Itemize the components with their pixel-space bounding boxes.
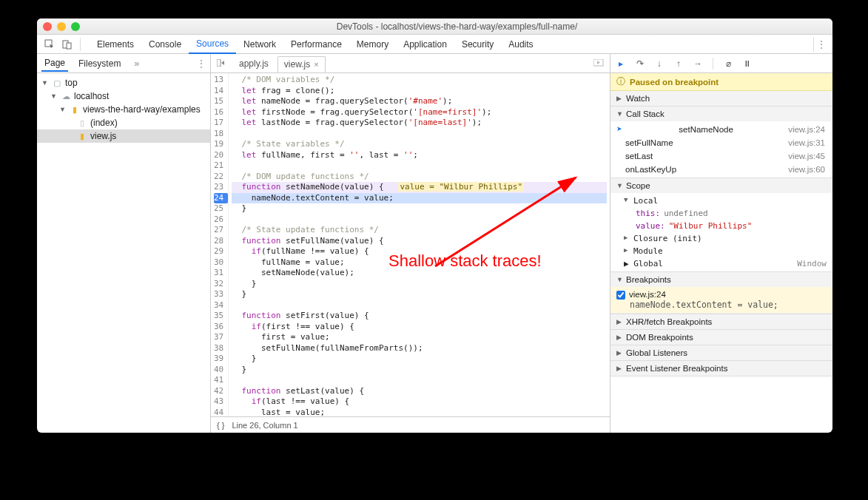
scope-value: value: "Wilbur Phillips" <box>610 220 832 232</box>
navigator-panel: Page Filesystem » ⋮ ▼▢top ▼☁localhost ▼▮… <box>37 54 211 433</box>
breakpoint-row[interactable]: view.js:24 nameNode.textContent = value; <box>610 287 832 314</box>
deactivate-bp-icon[interactable]: ⌀ <box>722 58 734 69</box>
history-back-icon[interactable] <box>214 58 230 69</box>
step-into-icon[interactable]: ↓ <box>653 59 665 68</box>
scope-body: ▼Local this: undefined value: "Wilbur Ph… <box>610 193 832 271</box>
code-editor[interactable]: 1314151617181920212223242526272829303132… <box>211 73 610 416</box>
resume-icon[interactable]: ▸ <box>615 58 627 69</box>
stack-frame[interactable]: setFullNameview.js:31 <box>610 136 832 149</box>
bp-checkbox[interactable] <box>616 291 625 300</box>
window-title: DevTools - localhost/views-the-hard-way/… <box>87 21 827 32</box>
kebab-menu-icon[interactable]: ⋮ <box>813 37 828 52</box>
watch-section[interactable]: ▶Watch <box>610 91 832 107</box>
editor-statusbar: { } Line 26, Column 1 <box>211 416 610 433</box>
device-toolbar-icon[interactable] <box>59 37 75 52</box>
filesystem-tab[interactable]: Filesystem <box>75 56 124 71</box>
scope-local[interactable]: ▼Local <box>610 195 832 207</box>
scope-this: this: undefined <box>610 207 832 220</box>
minimize-window-icon[interactable] <box>57 22 66 31</box>
section-title: Scope <box>626 181 650 190</box>
panel-tab-console[interactable]: Console <box>141 35 189 54</box>
file-tree: ▼▢top ▼☁localhost ▼▮views-the-hard-way/e… <box>37 73 210 146</box>
banner-text: Paused on breakpoint <box>630 78 719 87</box>
panel-tab-sources[interactable]: Sources <box>189 35 236 54</box>
panel-tab-elements[interactable]: Elements <box>90 35 141 54</box>
tree-host[interactable]: ▼☁localhost <box>37 89 210 103</box>
tree-top[interactable]: ▼▢top <box>37 76 210 89</box>
stack-frame[interactable]: onLastKeyUpview.js:60 <box>610 163 832 176</box>
editor-tab-applyjs[interactable]: apply.js <box>233 56 275 71</box>
cursor-position: Line 26, Column 1 <box>232 421 297 430</box>
dom-bp-section[interactable]: ▶DOM Breakpoints <box>610 330 832 345</box>
code-content: /* DOM variables */ let frag = clone(); … <box>229 73 610 416</box>
page-tab[interactable]: Page <box>41 55 68 72</box>
pause-exceptions-icon[interactable]: ⏸ <box>741 59 753 68</box>
debugger-panel: ▸ ↷ ↓ ↑ → ⌀ ⏸ ⓘ Paused on breakpoint ▶Wa… <box>610 54 832 433</box>
panel-tab-security[interactable]: Security <box>454 35 501 54</box>
section-title: Event Listener Breakpoints <box>626 364 727 373</box>
callstack-section: ▼Call Stack setNameNodeview.js:24setFull… <box>610 107 832 178</box>
section-title: Breakpoints <box>626 275 671 284</box>
stack-frame[interactable]: setNameNodeview.js:24 <box>610 123 832 136</box>
bp-label: view.js:24 <box>629 290 666 299</box>
editor-panel: apply.js view.js× 1314151617181920212223… <box>211 54 610 433</box>
panel-tab-performance[interactable]: Performance <box>283 35 349 54</box>
close-tab-icon[interactable]: × <box>314 60 318 69</box>
section-title: DOM Breakpoints <box>626 333 693 342</box>
callstack-header[interactable]: ▼Call Stack <box>610 107 832 121</box>
titlebar: DevTools - localhost/views-the-hard-way/… <box>37 18 832 35</box>
scope-global[interactable]: ▶ GlobalWindow <box>610 257 832 270</box>
traffic-lights <box>43 22 80 31</box>
devtools-window: DevTools - localhost/views-the-hard-way/… <box>37 18 832 433</box>
global-listeners-section[interactable]: ▶Global Listeners <box>610 345 832 361</box>
tree-label: (index) <box>90 118 118 128</box>
bp-code: nameNode.textContent = value; <box>616 300 827 310</box>
step-icon[interactable]: → <box>692 59 704 68</box>
section-title: XHR/fetch Breakpoints <box>626 317 712 326</box>
tree-file-viewjs[interactable]: ▮view.js <box>37 129 210 143</box>
kebab-icon[interactable]: ⋮ <box>197 58 206 69</box>
tab-label: view.js <box>284 59 310 70</box>
tree-label: top <box>65 78 78 88</box>
info-icon: ⓘ <box>616 76 625 87</box>
xhr-section[interactable]: ▶XHR/fetch Breakpoints <box>610 314 832 330</box>
breakpoints-header[interactable]: ▼Breakpoints <box>610 272 832 287</box>
scope-section: ▼Scope ▼Local this: undefined value: "Wi… <box>610 178 832 272</box>
section-title: Call Stack <box>626 109 665 118</box>
editor-tabs: apply.js view.js× <box>211 54 610 73</box>
breakpoints-section: ▼Breakpoints view.js:24 nameNode.textCon… <box>610 272 832 314</box>
panel-tab-network[interactable]: Network <box>236 35 283 54</box>
scope-closure[interactable]: ▶Closure (init) <box>610 232 832 245</box>
panel-tab-audits[interactable]: Audits <box>501 35 540 54</box>
stack-frame[interactable]: setLastview.js:45 <box>610 149 832 163</box>
scope-module[interactable]: ▶Module <box>610 245 832 257</box>
select-element-icon[interactable] <box>41 37 58 52</box>
close-window-icon[interactable] <box>43 22 52 31</box>
zoom-window-icon[interactable] <box>71 22 80 31</box>
tree-label: view.js <box>90 131 116 141</box>
tab-label: apply.js <box>239 58 269 69</box>
panel-tabs: ElementsConsoleSourcesNetworkPerformance… <box>90 35 541 54</box>
tree-file-index[interactable]: ▯(index) <box>37 116 210 129</box>
step-out-icon[interactable]: ↑ <box>673 59 684 68</box>
debugger-toolbar: ▸ ↷ ↓ ↑ → ⌀ ⏸ <box>610 54 832 73</box>
event-bp-section[interactable]: ▶Event Listener Breakpoints <box>610 361 832 376</box>
panel-tab-application[interactable]: Application <box>396 35 454 54</box>
svg-rect-2 <box>67 43 71 49</box>
tree-label: localhost <box>74 91 109 101</box>
more-tabs-icon[interactable]: » <box>134 58 139 69</box>
pause-banner: ⓘ Paused on breakpoint <box>610 73 832 91</box>
panel-tab-memory[interactable]: Memory <box>349 35 396 54</box>
tree-folder[interactable]: ▼▮views-the-hard-way/examples <box>37 103 210 116</box>
scope-header[interactable]: ▼Scope <box>610 178 832 193</box>
main-toolbar: ElementsConsoleSourcesNetworkPerformance… <box>37 35 832 54</box>
section-title: Global Listeners <box>626 348 687 357</box>
editor-tab-viewjs[interactable]: view.js× <box>277 56 326 72</box>
line-gutter: 1314151617181920212223242526272829303132… <box>211 73 229 416</box>
step-over-icon[interactable]: ↷ <box>634 58 646 69</box>
navigator-tabs: Page Filesystem » ⋮ <box>37 54 210 73</box>
run-snippet-icon[interactable] <box>591 58 607 69</box>
svg-rect-3 <box>217 59 221 67</box>
braces-icon[interactable]: { } <box>217 421 224 430</box>
tree-label: views-the-hard-way/examples <box>83 104 201 115</box>
